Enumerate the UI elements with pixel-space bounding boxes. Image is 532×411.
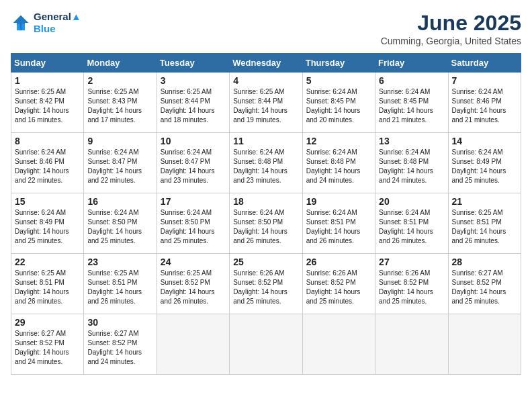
day-number: 7	[452, 75, 517, 86]
day-number: 10	[161, 136, 226, 146]
calendar-cell: 24Sunrise: 6:25 AMSunset: 8:52 PMDayligh…	[157, 254, 229, 314]
calendar-cell: 6Sunrise: 6:24 AMSunset: 8:45 PMDaylight…	[375, 73, 448, 133]
cell-info: Sunrise: 6:26 AMSunset: 8:52 PMDaylight:…	[306, 269, 371, 306]
cell-info: Sunrise: 6:24 AMSunset: 8:49 PMDaylight:…	[452, 148, 517, 185]
day-number: 6	[379, 75, 444, 86]
cell-info: Sunrise: 6:24 AMSunset: 8:46 PMDaylight:…	[452, 87, 517, 125]
day-number: 22	[15, 257, 80, 267]
month-title: June 2025	[381, 11, 521, 36]
cell-info: Sunrise: 6:25 AMSunset: 8:51 PMDaylight:…	[87, 269, 152, 306]
logo-text: General▲ Blue	[34, 11, 81, 35]
cell-info: Sunrise: 6:25 AMSunset: 8:51 PMDaylight:…	[15, 269, 80, 306]
location: Cumming, Georgia, United States	[381, 36, 521, 46]
col-header-wednesday: Wednesday	[230, 54, 302, 73]
calendar-cell: 27Sunrise: 6:26 AMSunset: 8:52 PMDayligh…	[375, 254, 448, 314]
col-header-thursday: Thursday	[302, 54, 375, 73]
calendar-cell: 23Sunrise: 6:25 AMSunset: 8:51 PMDayligh…	[84, 254, 157, 314]
cell-info: Sunrise: 6:24 AMSunset: 8:47 PMDaylight:…	[161, 148, 226, 185]
calendar-cell: 12Sunrise: 6:24 AMSunset: 8:48 PMDayligh…	[302, 133, 375, 193]
cell-info: Sunrise: 6:25 AMSunset: 8:44 PMDaylight:…	[161, 87, 226, 125]
col-header-sunday: Sunday	[11, 54, 84, 73]
title-area: June 2025 Cumming, Georgia, United State…	[381, 11, 521, 46]
day-number: 12	[306, 136, 371, 146]
col-header-saturday: Saturday	[448, 54, 521, 73]
week-row-1: 1Sunrise: 6:25 AMSunset: 8:42 PMDaylight…	[11, 73, 521, 133]
day-number: 8	[15, 136, 80, 146]
day-number: 26	[306, 257, 371, 267]
calendar-cell: 22Sunrise: 6:25 AMSunset: 8:51 PMDayligh…	[11, 254, 84, 314]
week-row-4: 22Sunrise: 6:25 AMSunset: 8:51 PMDayligh…	[11, 254, 521, 314]
calendar-cell: 30Sunrise: 6:27 AMSunset: 8:52 PMDayligh…	[84, 314, 157, 375]
day-number: 23	[87, 257, 152, 267]
calendar-cell	[230, 314, 302, 375]
cell-info: Sunrise: 6:24 AMSunset: 8:48 PMDaylight:…	[233, 148, 298, 185]
day-number: 20	[379, 196, 444, 207]
col-header-monday: Monday	[84, 54, 157, 73]
calendar-cell: 18Sunrise: 6:24 AMSunset: 8:50 PMDayligh…	[230, 193, 302, 254]
day-number: 28	[452, 257, 517, 267]
cell-info: Sunrise: 6:24 AMSunset: 8:51 PMDaylight:…	[379, 208, 444, 246]
calendar-cell: 13Sunrise: 6:24 AMSunset: 8:48 PMDayligh…	[375, 133, 448, 193]
calendar-header-row: SundayMondayTuesdayWednesdayThursdayFrid…	[11, 54, 521, 73]
day-number: 17	[161, 196, 226, 207]
week-row-5: 29Sunrise: 6:27 AMSunset: 8:52 PMDayligh…	[11, 314, 521, 375]
calendar-cell	[302, 314, 375, 375]
cell-info: Sunrise: 6:24 AMSunset: 8:51 PMDaylight:…	[306, 208, 371, 246]
calendar-cell: 8Sunrise: 6:24 AMSunset: 8:46 PMDaylight…	[11, 133, 84, 193]
cell-info: Sunrise: 6:25 AMSunset: 8:52 PMDaylight:…	[161, 269, 226, 306]
calendar-cell: 11Sunrise: 6:24 AMSunset: 8:48 PMDayligh…	[230, 133, 302, 193]
cell-info: Sunrise: 6:25 AMSunset: 8:44 PMDaylight:…	[233, 87, 298, 125]
calendar: SundayMondayTuesdayWednesdayThursdayFrid…	[11, 53, 521, 375]
day-number: 15	[15, 196, 80, 207]
day-number: 11	[233, 136, 298, 146]
day-number: 30	[87, 317, 152, 328]
cell-info: Sunrise: 6:24 AMSunset: 8:50 PMDaylight:…	[233, 208, 298, 246]
cell-info: Sunrise: 6:24 AMSunset: 8:48 PMDaylight:…	[306, 148, 371, 185]
day-number: 13	[379, 136, 444, 146]
cell-info: Sunrise: 6:24 AMSunset: 8:50 PMDaylight:…	[161, 208, 226, 246]
logo: General▲ Blue	[11, 11, 81, 35]
day-number: 21	[452, 196, 517, 207]
day-number: 9	[87, 136, 152, 146]
cell-info: Sunrise: 6:25 AMSunset: 8:42 PMDaylight:…	[15, 87, 80, 125]
calendar-cell: 4Sunrise: 6:25 AMSunset: 8:44 PMDaylight…	[230, 73, 302, 133]
calendar-cell: 29Sunrise: 6:27 AMSunset: 8:52 PMDayligh…	[11, 314, 84, 375]
calendar-cell: 21Sunrise: 6:25 AMSunset: 8:51 PMDayligh…	[448, 193, 521, 254]
cell-info: Sunrise: 6:26 AMSunset: 8:52 PMDaylight:…	[379, 269, 444, 306]
day-number: 18	[233, 196, 298, 207]
cell-info: Sunrise: 6:24 AMSunset: 8:45 PMDaylight:…	[379, 87, 444, 125]
day-number: 19	[306, 196, 371, 207]
day-number: 29	[15, 317, 80, 328]
calendar-cell: 28Sunrise: 6:27 AMSunset: 8:52 PMDayligh…	[448, 254, 521, 314]
day-number: 24	[161, 257, 226, 267]
calendar-cell: 3Sunrise: 6:25 AMSunset: 8:44 PMDaylight…	[157, 73, 229, 133]
header: General▲ Blue June 2025 Cumming, Georgia…	[11, 11, 521, 46]
day-number: 4	[233, 75, 298, 86]
calendar-cell: 26Sunrise: 6:26 AMSunset: 8:52 PMDayligh…	[302, 254, 375, 314]
col-header-tuesday: Tuesday	[157, 54, 229, 73]
cell-info: Sunrise: 6:26 AMSunset: 8:52 PMDaylight:…	[233, 269, 298, 306]
col-header-friday: Friday	[375, 54, 448, 73]
calendar-cell: 5Sunrise: 6:24 AMSunset: 8:45 PMDaylight…	[302, 73, 375, 133]
week-row-2: 8Sunrise: 6:24 AMSunset: 8:46 PMDaylight…	[11, 133, 521, 193]
logo-icon	[11, 13, 31, 33]
cell-info: Sunrise: 6:27 AMSunset: 8:52 PMDaylight:…	[452, 269, 517, 306]
day-number: 3	[161, 75, 226, 86]
cell-info: Sunrise: 6:24 AMSunset: 8:46 PMDaylight:…	[15, 148, 80, 185]
calendar-cell: 14Sunrise: 6:24 AMSunset: 8:49 PMDayligh…	[448, 133, 521, 193]
cell-info: Sunrise: 6:27 AMSunset: 8:52 PMDaylight:…	[15, 329, 80, 367]
svg-marker-1	[13, 15, 29, 31]
cell-info: Sunrise: 6:24 AMSunset: 8:49 PMDaylight:…	[15, 208, 80, 246]
calendar-cell	[375, 314, 448, 375]
cell-info: Sunrise: 6:24 AMSunset: 8:48 PMDaylight:…	[379, 148, 444, 185]
calendar-cell: 10Sunrise: 6:24 AMSunset: 8:47 PMDayligh…	[157, 133, 229, 193]
calendar-cell: 15Sunrise: 6:24 AMSunset: 8:49 PMDayligh…	[11, 193, 84, 254]
cell-info: Sunrise: 6:24 AMSunset: 8:45 PMDaylight:…	[306, 87, 371, 125]
cell-info: Sunrise: 6:24 AMSunset: 8:47 PMDaylight:…	[87, 148, 152, 185]
calendar-cell: 16Sunrise: 6:24 AMSunset: 8:50 PMDayligh…	[84, 193, 157, 254]
calendar-cell: 1Sunrise: 6:25 AMSunset: 8:42 PMDaylight…	[11, 73, 84, 133]
day-number: 2	[87, 75, 152, 86]
cell-info: Sunrise: 6:24 AMSunset: 8:50 PMDaylight:…	[87, 208, 152, 246]
day-number: 1	[15, 75, 80, 86]
cell-info: Sunrise: 6:27 AMSunset: 8:52 PMDaylight:…	[87, 329, 152, 367]
